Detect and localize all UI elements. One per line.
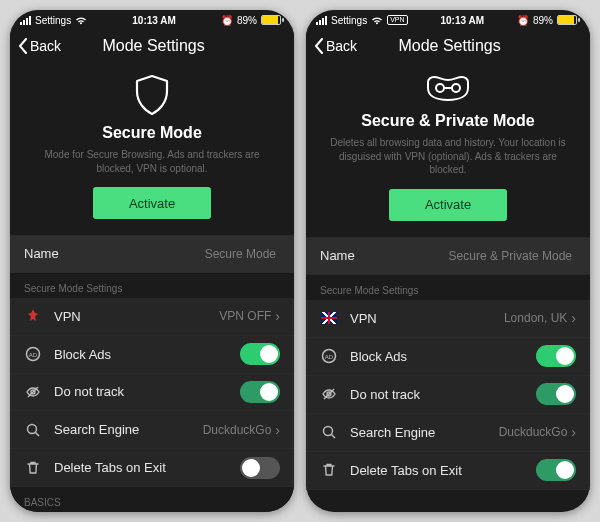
status-time: 10:13 AM	[440, 15, 484, 26]
search-engine-value: DuckduckGo	[203, 423, 272, 437]
row-block-ads: AD Block Ads	[306, 338, 590, 376]
battery-percent: 89%	[533, 15, 553, 26]
vpn-value: VPN OFF	[219, 309, 271, 323]
search-engine-value: DuckduckGo	[499, 425, 568, 439]
page-title: Mode Settings	[317, 37, 582, 55]
vpn-label: VPN	[350, 311, 504, 326]
svg-point-6	[436, 84, 444, 92]
row-vpn[interactable]: VPN VPN OFF ›	[10, 298, 294, 336]
chevron-right-icon: ›	[275, 422, 280, 438]
block-ads-icon: AD	[24, 345, 42, 363]
search-engine-label: Search Engine	[54, 422, 203, 437]
svg-point-7	[452, 84, 460, 92]
phone-right: Settings VPN 10:13 AM ⏰ 89% Back Mode Se…	[306, 10, 590, 512]
uk-flag-icon	[320, 309, 338, 327]
do-not-track-toggle[interactable]	[536, 383, 576, 405]
do-not-track-label: Do not track	[350, 387, 536, 402]
svg-line-5	[36, 432, 40, 436]
row-delete-tabs: Delete Tabs on Exit	[306, 452, 590, 490]
svg-line-14	[332, 435, 336, 439]
trash-icon	[320, 461, 338, 479]
vpn-label: VPN	[54, 309, 219, 324]
vpn-status-icon: VPN	[387, 15, 407, 25]
mode-description: Mode for Secure Browsing. Ads and tracke…	[30, 148, 274, 175]
status-app-label: Settings	[35, 15, 71, 26]
battery-icon	[557, 15, 580, 25]
row-do-not-track: Do not track	[10, 374, 294, 412]
mode-title: Secure & Private Mode	[326, 112, 570, 130]
row-do-not-track: Do not track	[306, 376, 590, 414]
block-ads-label: Block Ads	[350, 349, 536, 364]
name-label: Name	[320, 248, 449, 263]
do-not-track-icon	[24, 383, 42, 401]
vpn-off-icon	[24, 307, 42, 325]
name-value: Secure & Private Mode	[449, 249, 572, 263]
section-header: Secure Mode Settings	[10, 273, 294, 298]
status-time: 10:13 AM	[132, 15, 176, 26]
activate-button[interactable]: Activate	[93, 187, 211, 219]
activate-button[interactable]: Activate	[389, 189, 507, 221]
search-icon	[24, 421, 42, 439]
block-ads-toggle[interactable]	[536, 345, 576, 367]
wifi-icon	[371, 16, 383, 25]
name-label: Name	[24, 246, 205, 261]
chevron-right-icon: ›	[275, 308, 280, 324]
phone-left: Settings 10:13 AM ⏰ 89% Back Mode Settin…	[10, 10, 294, 512]
row-block-ads: AD Block Ads	[10, 336, 294, 374]
delete-tabs-label: Delete Tabs on Exit	[54, 460, 240, 475]
nav-bar: Back Mode Settings	[306, 28, 590, 64]
section-header: Secure Mode Settings	[306, 275, 590, 300]
battery-percent: 89%	[237, 15, 257, 26]
basics-header: BASICS	[10, 487, 294, 512]
mask-icon	[326, 74, 570, 104]
signal-icon	[316, 16, 327, 25]
chevron-right-icon: ›	[571, 424, 576, 440]
alarm-icon: ⏰	[221, 15, 233, 26]
hero: Secure & Private Mode Deletes all browsi…	[306, 64, 590, 237]
svg-text:AD: AD	[29, 352, 38, 358]
do-not-track-label: Do not track	[54, 384, 240, 399]
chevron-right-icon: ›	[571, 310, 576, 326]
name-row[interactable]: Name Secure & Private Mode	[306, 237, 590, 275]
row-search-engine[interactable]: Search Engine DuckduckGo ›	[10, 411, 294, 449]
vpn-value: London, UK	[504, 311, 567, 325]
wifi-icon	[75, 16, 87, 25]
row-search-engine[interactable]: Search Engine DuckduckGo ›	[306, 414, 590, 452]
nav-bar: Back Mode Settings	[10, 28, 294, 64]
shield-icon	[30, 74, 274, 116]
svg-text:AD: AD	[325, 354, 334, 360]
status-app-label: Settings	[331, 15, 367, 26]
search-engine-label: Search Engine	[350, 425, 499, 440]
hero: Secure Mode Mode for Secure Browsing. Ad…	[10, 64, 294, 235]
name-value: Secure Mode	[205, 247, 276, 261]
status-bar: Settings 10:13 AM ⏰ 89%	[10, 10, 294, 28]
mode-title: Secure Mode	[30, 124, 274, 142]
block-ads-label: Block Ads	[54, 347, 240, 362]
delete-tabs-toggle[interactable]	[536, 459, 576, 481]
search-icon	[320, 423, 338, 441]
do-not-track-icon	[320, 385, 338, 403]
delete-tabs-toggle[interactable]	[240, 457, 280, 479]
svg-point-13	[324, 427, 333, 436]
name-row[interactable]: Name Secure Mode	[10, 235, 294, 273]
block-ads-toggle[interactable]	[240, 343, 280, 365]
row-vpn[interactable]: VPN London, UK ›	[306, 300, 590, 338]
status-bar: Settings VPN 10:13 AM ⏰ 89%	[306, 10, 590, 28]
mode-description: Deletes all browsing data and history. Y…	[326, 136, 570, 177]
svg-point-4	[28, 424, 37, 433]
alarm-icon: ⏰	[517, 15, 529, 26]
do-not-track-toggle[interactable]	[240, 381, 280, 403]
block-ads-icon: AD	[320, 347, 338, 365]
row-delete-tabs: Delete Tabs on Exit	[10, 449, 294, 487]
battery-icon	[261, 15, 284, 25]
signal-icon	[20, 16, 31, 25]
page-title: Mode Settings	[21, 37, 286, 55]
trash-icon	[24, 459, 42, 477]
delete-tabs-label: Delete Tabs on Exit	[350, 463, 536, 478]
